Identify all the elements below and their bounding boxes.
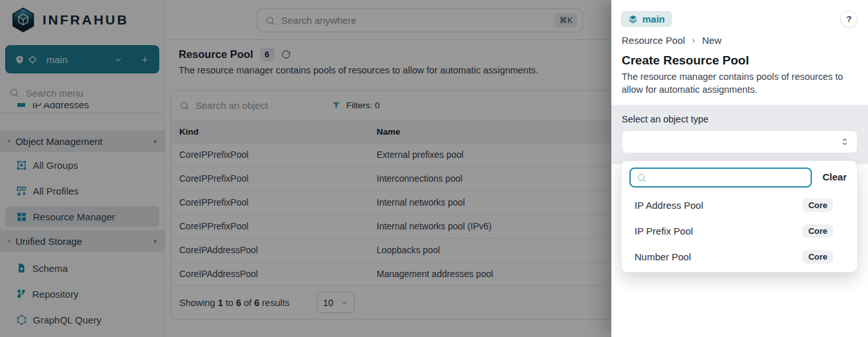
create-drawer: main ? Resource Pool › New Create Resour… (611, 0, 868, 337)
namespace-badge: Core (802, 224, 833, 238)
dropdown-search[interactable] (629, 168, 812, 188)
layers-icon (628, 14, 638, 24)
object-type-dropdown: Clear IP Address Pool Core IP Prefix Poo… (621, 160, 858, 273)
breadcrumb-parent[interactable]: Resource Pool (622, 35, 685, 46)
object-type-label: Select an object type (622, 114, 858, 124)
breadcrumb-current: New (702, 35, 722, 46)
dropdown-search-input[interactable] (651, 173, 805, 183)
chevron-up-down-icon (840, 137, 850, 147)
object-type-section: Select an object type (611, 105, 868, 164)
object-type-select[interactable] (622, 130, 858, 153)
help-button[interactable]: ? (840, 10, 858, 28)
option-ip-address-pool[interactable]: IP Address Pool Core (627, 192, 852, 218)
drawer-title: Create Resource Pool (622, 53, 749, 68)
breadcrumb: Resource Pool › New (622, 35, 722, 46)
branch-badge-label: main (642, 14, 665, 24)
search-icon (636, 173, 647, 183)
option-number-pool[interactable]: Number Pool Core (627, 244, 852, 269)
clear-button[interactable]: Clear (822, 171, 847, 182)
option-ip-prefix-pool[interactable]: IP Prefix Pool Core (627, 218, 852, 244)
namespace-badge: Core (802, 198, 833, 212)
branch-badge[interactable]: main (621, 11, 672, 27)
option-label: IP Address Pool (635, 200, 703, 211)
option-label: Number Pool (635, 251, 691, 262)
namespace-badge: Core (802, 250, 833, 264)
dropdown-options: IP Address Pool Core IP Prefix Pool Core… (627, 192, 852, 269)
option-label: IP Prefix Pool (635, 226, 693, 236)
chevron-right-icon: › (692, 35, 695, 45)
drawer-description: The resource manager contains pools of r… (622, 70, 859, 97)
